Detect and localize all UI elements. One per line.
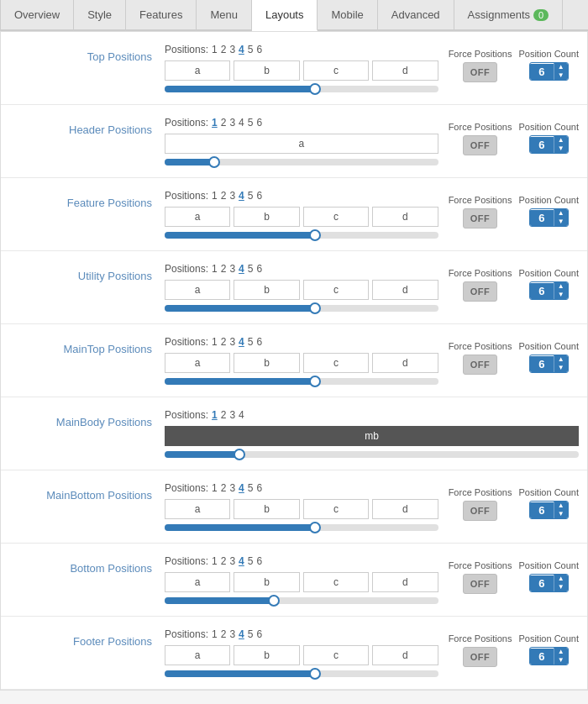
- pos-num-top-1[interactable]: 1: [212, 44, 218, 55]
- pos-num-mainbottom-2[interactable]: 2: [221, 482, 227, 494]
- slider-top[interactable]: [165, 86, 438, 92]
- count-down-footer[interactable]: ▼: [554, 656, 568, 665]
- pos-num-mainbody-1[interactable]: 1: [212, 409, 218, 421]
- pos-num-feature-6[interactable]: 6: [256, 190, 262, 202]
- pos-num-utility-4[interactable]: 4: [239, 263, 244, 275]
- pos-num-footer-6[interactable]: 6: [256, 628, 262, 640]
- slider-header[interactable]: [165, 159, 438, 165]
- pos-num-mainbottom-3[interactable]: 3: [229, 482, 235, 494]
- pos-num-header-3[interactable]: 3: [229, 117, 235, 129]
- force-toggle-maintop[interactable]: OFF: [463, 355, 498, 375]
- pos-num-header-4[interactable]: 4: [239, 117, 244, 129]
- pos-num-header-2[interactable]: 2: [221, 117, 227, 129]
- force-toggle-utility[interactable]: OFF: [463, 281, 498, 302]
- slider-handle-footer[interactable]: [309, 668, 321, 680]
- slider-handle-utility[interactable]: [309, 302, 321, 314]
- slider-handle-top[interactable]: [309, 83, 321, 95]
- count-down-maintop[interactable]: ▼: [554, 364, 568, 372]
- pos-num-footer-3[interactable]: 3: [229, 628, 235, 640]
- slider-handle-mainbody[interactable]: [234, 449, 245, 460]
- pos-num-feature-4[interactable]: 4: [239, 190, 244, 202]
- slider-handle-header[interactable]: [208, 156, 220, 168]
- pos-num-mainbottom-4[interactable]: 4: [239, 482, 244, 494]
- pos-num-mainbottom-1[interactable]: 1: [212, 482, 218, 494]
- force-toggle-header[interactable]: OFF: [463, 135, 498, 155]
- slider-mainbottom[interactable]: [165, 524, 438, 531]
- pos-num-feature-2[interactable]: 2: [221, 190, 227, 202]
- slider-bottom[interactable]: [165, 597, 438, 604]
- pos-num-bottom-2[interactable]: 2: [221, 555, 227, 567]
- count-up-mainbottom[interactable]: ▲: [554, 502, 568, 510]
- tab-advanced[interactable]: Advanced: [378, 0, 454, 29]
- pos-num-maintop-4[interactable]: 4: [239, 336, 244, 348]
- pos-num-bottom-1[interactable]: 1: [212, 555, 218, 567]
- pos-num-mainbody-4[interactable]: 4: [239, 409, 244, 421]
- slider-handle-feature[interactable]: [309, 229, 321, 241]
- tab-mobile[interactable]: Mobile: [318, 0, 377, 29]
- pos-num-maintop-2[interactable]: 2: [221, 336, 227, 348]
- slider-utility[interactable]: [165, 305, 438, 312]
- slider-mainbody[interactable]: [165, 451, 579, 458]
- count-up-feature[interactable]: ▲: [554, 209, 568, 218]
- pos-num-top-3[interactable]: 3: [229, 44, 235, 55]
- count-down-top[interactable]: ▼: [554, 71, 568, 80]
- tab-style[interactable]: Style: [74, 0, 126, 29]
- pos-num-utility-1[interactable]: 1: [212, 263, 218, 275]
- pos-num-footer-4[interactable]: 4: [239, 628, 244, 640]
- pos-num-header-5[interactable]: 5: [248, 117, 254, 129]
- pos-num-bottom-4[interactable]: 4: [239, 555, 244, 567]
- tab-layouts[interactable]: Layouts: [252, 0, 318, 31]
- pos-num-mainbottom-5[interactable]: 5: [248, 482, 254, 494]
- pos-num-utility-5[interactable]: 5: [248, 263, 254, 275]
- slider-handle-maintop[interactable]: [309, 376, 321, 387]
- count-down-feature[interactable]: ▼: [554, 218, 568, 226]
- slider-handle-mainbottom[interactable]: [309, 522, 321, 533]
- pos-num-maintop-5[interactable]: 5: [248, 336, 254, 348]
- force-toggle-mainbottom[interactable]: OFF: [463, 501, 498, 521]
- pos-num-maintop-3[interactable]: 3: [229, 336, 235, 348]
- pos-num-utility-6[interactable]: 6: [256, 263, 262, 275]
- count-down-header[interactable]: ▼: [554, 144, 568, 153]
- pos-num-bottom-6[interactable]: 6: [256, 555, 262, 567]
- force-toggle-footer[interactable]: OFF: [463, 647, 498, 667]
- count-down-utility[interactable]: ▼: [554, 291, 568, 299]
- slider-footer[interactable]: [165, 670, 438, 677]
- pos-num-footer-1[interactable]: 1: [212, 628, 218, 640]
- count-up-header[interactable]: ▲: [554, 136, 568, 144]
- pos-num-bottom-5[interactable]: 5: [248, 555, 254, 567]
- pos-num-top-6[interactable]: 6: [256, 44, 262, 55]
- pos-num-maintop-6[interactable]: 6: [256, 336, 262, 348]
- count-up-footer[interactable]: ▲: [554, 648, 568, 656]
- pos-num-header-6[interactable]: 6: [256, 117, 262, 129]
- count-up-maintop[interactable]: ▲: [554, 355, 568, 364]
- pos-num-top-2[interactable]: 2: [221, 44, 227, 55]
- pos-num-maintop-1[interactable]: 1: [212, 336, 218, 348]
- pos-num-footer-2[interactable]: 2: [221, 628, 227, 640]
- pos-num-top-5[interactable]: 5: [248, 44, 254, 55]
- force-toggle-top[interactable]: OFF: [463, 62, 498, 82]
- pos-num-header-1[interactable]: 1: [212, 117, 218, 129]
- tab-assignments[interactable]: Assignments0: [454, 0, 564, 29]
- tab-menu[interactable]: Menu: [197, 0, 252, 29]
- count-up-utility[interactable]: ▲: [554, 282, 568, 291]
- slider-feature[interactable]: [165, 232, 438, 239]
- tab-overview[interactable]: Overview: [0, 0, 74, 29]
- pos-num-utility-3[interactable]: 3: [229, 263, 235, 275]
- count-down-bottom[interactable]: ▼: [554, 583, 568, 591]
- pos-num-mainbody-2[interactable]: 2: [221, 409, 227, 421]
- pos-num-feature-3[interactable]: 3: [229, 190, 235, 202]
- slider-maintop[interactable]: [165, 378, 438, 385]
- pos-num-feature-5[interactable]: 5: [248, 190, 254, 202]
- pos-num-bottom-3[interactable]: 3: [229, 555, 235, 567]
- count-up-top[interactable]: ▲: [554, 63, 568, 71]
- pos-num-utility-2[interactable]: 2: [221, 263, 227, 275]
- slider-handle-bottom[interactable]: [268, 595, 280, 607]
- force-toggle-feature[interactable]: OFF: [463, 208, 498, 229]
- pos-num-mainbody-3[interactable]: 3: [229, 409, 235, 421]
- pos-num-mainbottom-6[interactable]: 6: [256, 482, 262, 494]
- force-toggle-bottom[interactable]: OFF: [463, 574, 498, 594]
- count-down-mainbottom[interactable]: ▼: [554, 510, 568, 518]
- tab-features[interactable]: Features: [126, 0, 197, 29]
- pos-num-footer-5[interactable]: 5: [248, 628, 254, 640]
- pos-num-feature-1[interactable]: 1: [212, 190, 218, 202]
